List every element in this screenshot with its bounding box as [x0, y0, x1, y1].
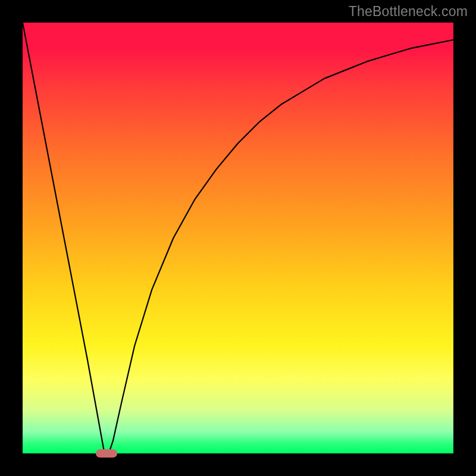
- chart-frame: TheBottleneck.com: [0, 0, 476, 476]
- watermark-text: TheBottleneck.com: [349, 4, 468, 20]
- plot-area: [23, 23, 453, 453]
- curve-line: [23, 23, 453, 453]
- min-marker: [96, 449, 117, 458]
